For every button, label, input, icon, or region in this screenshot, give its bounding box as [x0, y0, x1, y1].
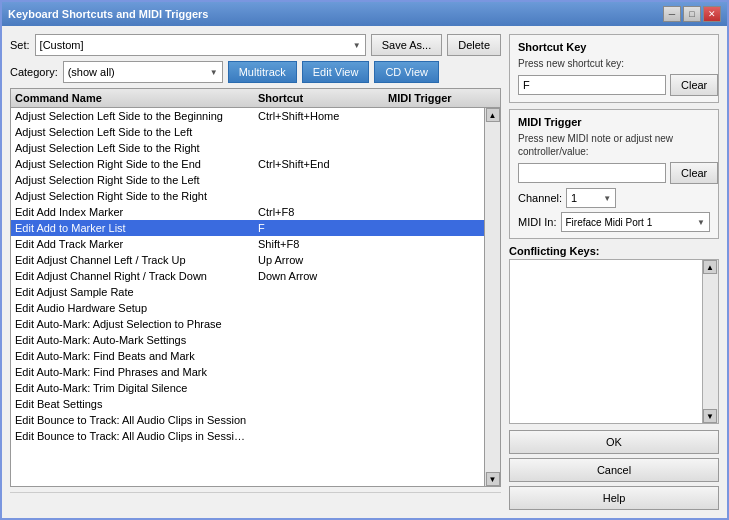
- table-row[interactable]: Edit Auto-Mark: Find Phrases and Mark: [11, 364, 484, 380]
- cell-command: Edit Auto-Mark: Auto-Mark Settings: [11, 333, 254, 347]
- category-combo-value: (show all): [68, 66, 115, 78]
- maximize-button[interactable]: □: [683, 6, 701, 22]
- cell-shortcut: [254, 173, 384, 187]
- cell-command: Adjust Selection Left Side to the Beginn…: [11, 109, 254, 123]
- cell-midi: [384, 157, 484, 171]
- cell-command: Edit Audio Hardware Setup: [11, 301, 254, 315]
- cell-command: Adjust Selection Right Side to the End: [11, 157, 254, 171]
- table-row[interactable]: Edit Auto-Mark: Find Beats and Mark: [11, 348, 484, 364]
- scroll-up-arrow[interactable]: ▲: [486, 108, 500, 122]
- cell-shortcut: [254, 413, 384, 427]
- set-row: Set: [Custom] ▼ Save As... Delete: [10, 34, 501, 56]
- table-header: Command Name Shortcut MIDI Trigger: [11, 89, 500, 108]
- cell-midi: [384, 125, 484, 139]
- cell-command: Edit Add to Marker List: [11, 221, 254, 235]
- cell-command: Edit Auto-Mark: Trim Digital Silence: [11, 381, 254, 395]
- category-row: Category: (show all) ▼ Multitrack Edit V…: [10, 61, 501, 83]
- midi-input[interactable]: [518, 163, 666, 183]
- midi-section: MIDI Trigger Press new MIDI note or adju…: [509, 109, 719, 239]
- table-row[interactable]: Adjust Selection Left Side to the Right: [11, 140, 484, 156]
- table-row[interactable]: Edit Add Track MarkerShift+F8: [11, 236, 484, 252]
- midi-input-row: Clear: [518, 162, 710, 184]
- table-row[interactable]: Edit Auto-Mark: Auto-Mark Settings: [11, 332, 484, 348]
- shortcut-section: Shortcut Key Press new shortcut key: Cle…: [509, 34, 719, 103]
- shortcut-clear-button[interactable]: Clear: [670, 74, 718, 96]
- table-row[interactable]: Edit Adjust Sample Rate: [11, 284, 484, 300]
- table-row[interactable]: Edit Audio Hardware Setup: [11, 300, 484, 316]
- set-label: Set:: [10, 39, 30, 51]
- shortcut-desc: Press new shortcut key:: [518, 57, 710, 70]
- conflicting-box: [510, 260, 702, 423]
- cell-command: Edit Beat Settings: [11, 397, 254, 411]
- cell-command: Adjust Selection Right Side to the Left: [11, 173, 254, 187]
- ok-button[interactable]: OK: [509, 430, 719, 454]
- cell-midi: [384, 141, 484, 155]
- cell-shortcut: [254, 301, 384, 315]
- cell-midi: [384, 109, 484, 123]
- table-row[interactable]: Adjust Selection Left Side to the Beginn…: [11, 108, 484, 124]
- table-row[interactable]: Adjust Selection Right Side to the Left: [11, 172, 484, 188]
- cell-midi: [384, 237, 484, 251]
- table-row[interactable]: Edit Bounce to Track: All Audio Clips in…: [11, 412, 484, 428]
- edit-view-button[interactable]: Edit View: [302, 61, 370, 83]
- cell-midi: [384, 253, 484, 267]
- cell-midi: [384, 269, 484, 283]
- shortcut-title: Shortcut Key: [518, 41, 710, 53]
- table-scrollbar[interactable]: ▲ ▼: [484, 108, 500, 486]
- set-combo[interactable]: [Custom] ▼: [35, 34, 366, 56]
- table-row[interactable]: Edit Add to Marker ListF: [11, 220, 484, 236]
- delete-button[interactable]: Delete: [447, 34, 501, 56]
- cell-command: Edit Bounce to Track: All Audio Clips in…: [11, 429, 254, 443]
- conflicting-section: Conflicting Keys: ▲ ▼: [509, 245, 719, 424]
- cell-command: Edit Auto-Mark: Find Phrases and Mark: [11, 365, 254, 379]
- midi-in-combo[interactable]: Fireface Midi Port 1 ▼: [561, 212, 710, 232]
- table-row[interactable]: Edit Auto-Mark: Adjust Selection to Phra…: [11, 316, 484, 332]
- cd-view-button[interactable]: CD View: [374, 61, 439, 83]
- table-row[interactable]: Edit Add Index MarkerCtrl+F8: [11, 204, 484, 220]
- cell-shortcut: [254, 429, 384, 443]
- cell-midi: [384, 301, 484, 315]
- shortcut-input[interactable]: [518, 75, 666, 95]
- cf-scroll-up[interactable]: ▲: [703, 260, 717, 274]
- minimize-button[interactable]: ─: [663, 6, 681, 22]
- cell-shortcut: [254, 285, 384, 299]
- set-combo-arrow: ▼: [353, 41, 361, 50]
- table-row[interactable]: Edit Bounce to Track: All Audio Clips in…: [11, 428, 484, 444]
- channel-row: Channel: 1 ▼: [518, 188, 710, 208]
- cell-shortcut: Shift+F8: [254, 237, 384, 251]
- table-row[interactable]: Edit Auto-Mark: Trim Digital Silence: [11, 380, 484, 396]
- table-row[interactable]: Edit Beat Settings: [11, 396, 484, 412]
- table-row[interactable]: Adjust Selection Left Side to the Left: [11, 124, 484, 140]
- table-row[interactable]: Adjust Selection Right Side to the EndCt…: [11, 156, 484, 172]
- channel-combo[interactable]: 1 ▼: [566, 188, 616, 208]
- category-combo[interactable]: (show all) ▼: [63, 61, 223, 83]
- cell-command: Edit Adjust Channel Left / Track Up: [11, 253, 254, 267]
- cancel-button[interactable]: Cancel: [509, 458, 719, 482]
- cell-midi: [384, 429, 484, 443]
- midi-clear-button[interactable]: Clear: [670, 162, 718, 184]
- table-row[interactable]: Edit Adjust Channel Right / Track DownDo…: [11, 268, 484, 284]
- scroll-down-arrow[interactable]: ▼: [486, 472, 500, 486]
- cell-command: Adjust Selection Left Side to the Right: [11, 141, 254, 155]
- cell-command: Edit Add Track Marker: [11, 237, 254, 251]
- save-as-button[interactable]: Save As...: [371, 34, 443, 56]
- scroll-track[interactable]: [485, 122, 500, 472]
- table-body: Adjust Selection Left Side to the Beginn…: [11, 108, 484, 486]
- cell-command: Edit Bounce to Track: All Audio Clips in…: [11, 413, 254, 427]
- close-button[interactable]: ✕: [703, 6, 721, 22]
- commands-table: Command Name Shortcut MIDI Trigger Adjus…: [10, 88, 501, 487]
- help-button[interactable]: Help: [509, 486, 719, 510]
- channel-value: 1: [571, 192, 577, 204]
- cell-midi: [384, 285, 484, 299]
- header-shortcut: Shortcut: [254, 91, 384, 105]
- conflicting-label: Conflicting Keys:: [509, 245, 719, 257]
- multitrack-button[interactable]: Multitrack: [228, 61, 297, 83]
- cell-command: Edit Auto-Mark: Adjust Selection to Phra…: [11, 317, 254, 331]
- table-row[interactable]: Edit Adjust Channel Left / Track UpUp Ar…: [11, 252, 484, 268]
- category-label: Category:: [10, 66, 58, 78]
- cell-shortcut: [254, 189, 384, 203]
- cell-shortcut: [254, 141, 384, 155]
- cell-shortcut: F: [254, 221, 384, 235]
- cf-scroll-down[interactable]: ▼: [703, 409, 717, 423]
- table-row[interactable]: Adjust Selection Right Side to the Right: [11, 188, 484, 204]
